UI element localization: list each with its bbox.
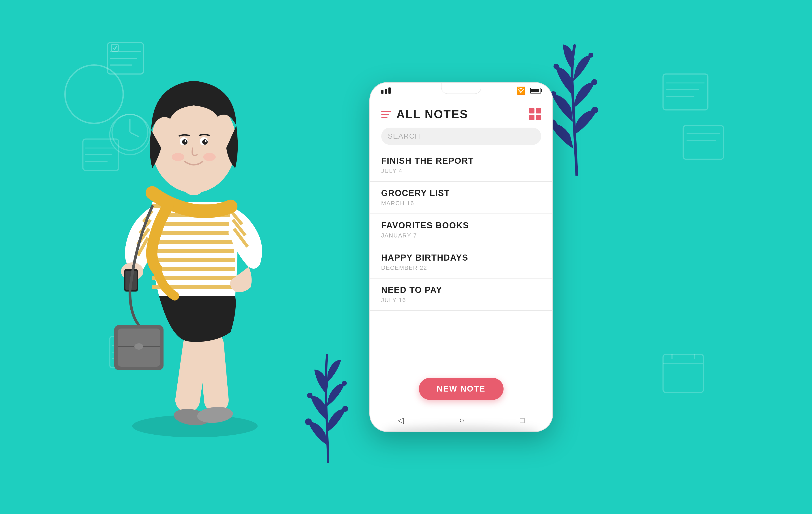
note-title-3: HAPPY BIRTHDAYS: [381, 253, 541, 263]
svg-rect-49: [118, 328, 160, 367]
svg-point-12: [112, 114, 148, 150]
svg-rect-32: [198, 331, 230, 413]
svg-rect-26: [110, 336, 146, 368]
header-left: ALL NOTES: [381, 107, 468, 121]
new-note-container: NEW NOTE: [370, 369, 552, 409]
svg-point-61: [342, 381, 347, 386]
note-title-4: NEED TO PAY: [381, 285, 541, 295]
svg-point-45: [205, 140, 206, 142]
svg-rect-36: [124, 269, 138, 292]
svg-point-42: [182, 139, 187, 145]
grid-cell-1: [529, 108, 534, 113]
app-content: ALL NOTES SEARCH FINISH THE REPORT JULY …: [370, 99, 552, 409]
svg-point-46: [172, 153, 184, 161]
note-title-2: FAVORITES BOOKS: [381, 221, 541, 230]
svg-point-51: [135, 343, 143, 350]
note-date-2: JANUARY 7: [381, 232, 541, 239]
grid-cell-3: [529, 115, 534, 120]
svg-point-55: [591, 79, 597, 85]
note-title-0: FINISH THE REPORT: [381, 156, 541, 166]
note-date-3: DECEMBER 22: [381, 264, 541, 271]
svg-rect-8: [83, 139, 119, 170]
svg-point-34: [197, 405, 233, 424]
phone-notch: [441, 83, 482, 94]
svg-point-47: [203, 153, 216, 161]
svg-rect-19: [683, 126, 724, 159]
signal-bar-3: [388, 87, 390, 94]
menu-line-1: [381, 111, 391, 112]
svg-rect-48: [114, 325, 164, 370]
svg-point-56: [553, 64, 559, 69]
signal-bar-2: [385, 89, 387, 94]
phone-screen: 🛜 ALL NOTES: [369, 82, 553, 432]
recent-apps-button[interactable]: □: [520, 415, 525, 425]
svg-rect-37: [125, 271, 137, 290]
notes-list: FINISH THE REPORT JULY 4 GROCERY LIST MA…: [370, 150, 552, 369]
note-item-2[interactable]: FAVORITES BOOKS JANUARY 7: [370, 214, 552, 246]
new-note-button[interactable]: NEW NOTE: [419, 378, 503, 400]
svg-point-53: [591, 107, 598, 113]
status-right: 🛜: [517, 86, 541, 95]
svg-point-57: [588, 53, 593, 58]
note-date-4: JULY 16: [381, 297, 541, 304]
grid-cell-2: [536, 108, 541, 113]
svg-point-40: [180, 137, 188, 145]
svg-rect-31: [174, 330, 209, 414]
hamburger-menu-icon[interactable]: [381, 111, 391, 118]
menu-line-2: [381, 114, 389, 115]
note-date-1: MARCH 16: [381, 200, 541, 207]
svg-point-43: [202, 139, 208, 145]
svg-rect-15: [663, 74, 708, 110]
search-placeholder: SEARCH: [388, 132, 420, 140]
svg-point-33: [173, 407, 210, 428]
grid-cell-4: [536, 115, 541, 120]
phone-frame: 🛜 ALL NOTES: [369, 82, 553, 432]
signal-bar-1: [381, 90, 383, 94]
search-bar[interactable]: SEARCH: [381, 128, 541, 145]
svg-point-39: [151, 94, 236, 193]
grid-view-icon[interactable]: [529, 108, 541, 120]
app-title: ALL NOTES: [397, 107, 468, 121]
svg-line-14: [130, 132, 139, 137]
svg-point-1: [65, 65, 123, 123]
svg-rect-22: [663, 354, 703, 393]
svg-rect-38: [184, 168, 204, 195]
svg-point-41: [200, 137, 208, 145]
app-header: ALL NOTES: [370, 99, 552, 128]
note-item-1[interactable]: GROCERY LIST MARCH 16: [370, 182, 552, 214]
home-button[interactable]: ○: [459, 415, 464, 425]
svg-point-30: [132, 415, 258, 437]
menu-line-3: [381, 117, 387, 118]
back-button[interactable]: ◁: [398, 415, 404, 425]
svg-point-2: [110, 114, 150, 155]
svg-point-60: [307, 393, 313, 398]
svg-point-58: [305, 418, 312, 425]
signal-bars: [381, 87, 390, 94]
svg-rect-7: [112, 45, 118, 51]
note-item-0[interactable]: FINISH THE REPORT JULY 4: [370, 150, 552, 182]
svg-rect-3: [108, 43, 143, 74]
svg-point-59: [342, 406, 348, 412]
note-date-0: JULY 4: [381, 167, 541, 174]
svg-point-44: [184, 140, 186, 142]
note-item-4[interactable]: NEED TO PAY JULY 16: [370, 278, 552, 311]
svg-point-35: [121, 262, 143, 280]
battery-icon: [530, 88, 541, 93]
note-title-1: GROCERY LIST: [381, 188, 541, 198]
note-item-3[interactable]: HAPPY BIRTHDAYS DECEMBER 22: [370, 246, 552, 278]
wifi-icon: 🛜: [517, 86, 525, 95]
